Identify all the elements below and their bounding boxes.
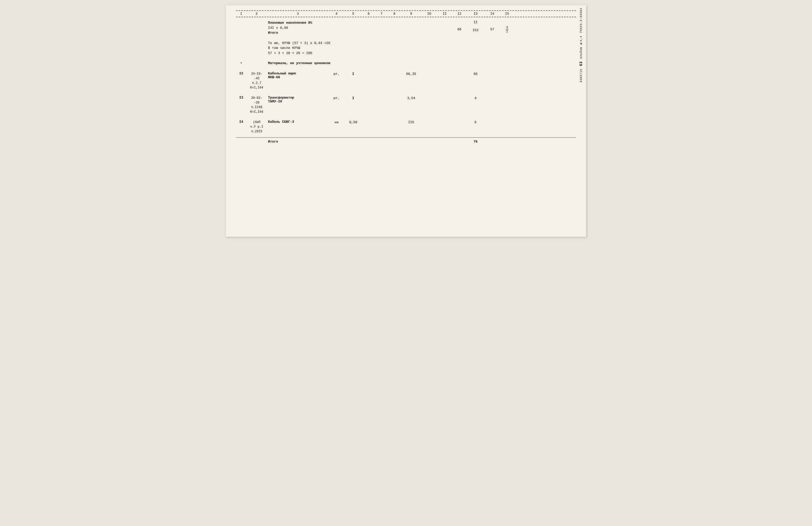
- row-i4-qty: 0,50: [344, 120, 362, 124]
- row-i2-name: Кабельный ящик ЯКШ-60: [267, 72, 329, 79]
- row-i4-num: I4: [236, 120, 246, 124]
- nucshi-line2: В том числе НУЧШ: [268, 46, 421, 51]
- row-i4-unit: км: [329, 120, 344, 124]
- row-i4-ref: (НиП ч.У р.I п.29I5: [246, 120, 267, 134]
- page-num: 63: [579, 61, 583, 66]
- row-i4: I4 (НиП ч.У р.I п.29I5 Кабель СБВГ-3 км …: [236, 119, 576, 135]
- row-i3-price: 3,54: [401, 96, 421, 100]
- row-pa-col12: 66: [452, 20, 466, 31]
- document-page: 7ПАУ3-3-03582 Альбом №4,4 63 9394/15 I 2…: [226, 5, 586, 237]
- nucshi-line1: То же, НУЧШ (57 + 3) x 0,44 =26: [268, 41, 421, 46]
- materials-title: Материалы, не учтенные ценником: [268, 61, 396, 66]
- col-header-15: I5: [500, 12, 514, 16]
- album-label: Альбом №4,4: [580, 36, 583, 59]
- col-header-8: 8: [388, 12, 401, 16]
- materials-row: • Материалы, не учтенные ценником: [236, 60, 576, 67]
- row-i2-ref: 24-I8- -43 п.2.7 К=I,I44: [246, 72, 267, 90]
- planned-accumulation-row: Плановые накопления 8% I4I x 0,08 Итого …: [236, 19, 576, 36]
- separator-line: [236, 137, 576, 138]
- materials-col3: Материалы, не учтенные ценником: [267, 61, 396, 66]
- col-header-9: 9: [401, 12, 421, 16]
- col-header-14: I4: [484, 12, 500, 16]
- col-header-3: 3: [267, 12, 329, 16]
- planned-acc-title: Плановые накопления 8%: [268, 20, 329, 26]
- row-i2-qty: I: [344, 72, 362, 76]
- итого-row: Итого 76: [236, 139, 576, 145]
- col-header-6: 6: [362, 12, 375, 16]
- col-header-4: 4: [329, 12, 344, 16]
- doc-id-label: 7ПАУ3-3-03582: [580, 8, 583, 33]
- row-i4-price: II6: [401, 120, 421, 124]
- row-pa-col14: 57: [484, 20, 500, 31]
- col-header-11: II: [437, 12, 452, 16]
- row-i2-price: 66,35: [401, 72, 421, 76]
- row-pa-col15: 3 I: [500, 20, 514, 34]
- row-i4-name: Кабель СБВГ-3: [267, 120, 329, 124]
- row-i3-total: 4: [466, 96, 484, 100]
- row-i3-qty: I: [344, 96, 362, 100]
- row-i4-total: 6: [466, 120, 484, 124]
- col-header-2: 2: [246, 12, 267, 16]
- planned-acc-itogo: Итого: [268, 30, 329, 35]
- side-labels: 7ПАУ3-3-03582 Альбом №4,4 63 9394/15: [578, 5, 585, 237]
- col-header-5: 5: [344, 12, 362, 16]
- materials-col1: •: [236, 61, 246, 65]
- итого-label: Итого: [267, 140, 329, 144]
- col-header-12: I2: [452, 12, 466, 16]
- nucshi-row: То же, НУЧШ (57 + 3) x 0,44 =26 В том чи…: [236, 40, 576, 57]
- nucshi-col3: То же, НУЧШ (57 + 3) x 0,44 =26 В том чи…: [267, 41, 421, 56]
- column-header: I 2 3 4 5 6 7 8 9 IO II I2 I3 I4 I5: [236, 10, 576, 17]
- row-i3-name: Трансформатор ТАМУ-I0: [267, 96, 329, 103]
- col-header-7: 7: [375, 12, 388, 16]
- row-pa-col13: II I52: [466, 20, 484, 32]
- col-header-10: IO: [421, 12, 437, 16]
- row-i3-ref: 29-02- -20 п.I248 К=I,I44: [246, 96, 267, 114]
- planned-acc-formula: I4I x 0,08: [268, 26, 329, 31]
- row-i2-total: 66: [466, 72, 484, 76]
- итого-total: 76: [466, 140, 484, 144]
- bottom-code: 9394/15: [580, 69, 583, 82]
- row-i3-num: I3: [236, 96, 246, 100]
- row-i2: I2 24-I8- -43 п.2.7 К=I,I44 Кабельный ящ…: [236, 71, 576, 91]
- row-pa-col3: Плановые накопления 8% I4I x 0,08 Итого: [267, 20, 329, 35]
- row-i2-num: I2: [236, 72, 246, 75]
- nucshi-line3: 57 + 3 + 20 + 26 = I06: [268, 51, 421, 56]
- row-i3-unit: шт.: [329, 96, 344, 100]
- col-header-13: I3: [466, 12, 484, 16]
- fraction-3-over-I: 3 I: [506, 26, 508, 34]
- row-i3: I3 29-02- -20 п.I248 К=I,I44 Трансформат…: [236, 95, 576, 115]
- row-i2-unit: шт.: [329, 72, 344, 76]
- col-header-1: I: [236, 12, 246, 16]
